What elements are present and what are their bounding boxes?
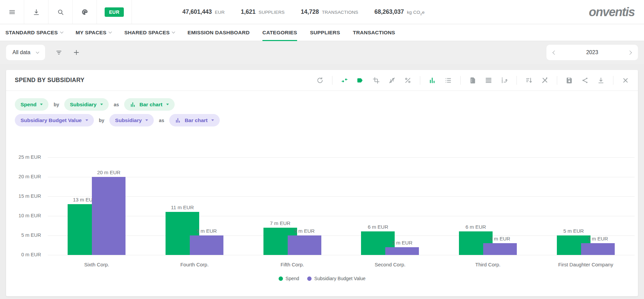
dropdown-arrow-icon: [85, 119, 88, 121]
list-button[interactable]: [444, 77, 452, 84]
toolbar-divider: [332, 76, 332, 85]
measure-dropdown[interactable]: Subsidiary Budget Value: [15, 114, 94, 126]
pivot-button[interactable]: [501, 77, 508, 84]
dropdown-arrow-icon: [100, 104, 103, 105]
dropdown-arrow-icon: [211, 119, 214, 121]
dimension-label: Subsidiary: [70, 102, 97, 108]
sort-desc-icon: [525, 77, 533, 84]
download-button[interactable]: [24, 0, 48, 24]
bar-group: 7 m EUR 5 m EUR: [243, 157, 341, 255]
y-axis-label: 10 m EUR: [10, 213, 41, 218]
filter-lines-icon: [55, 49, 63, 56]
nav-tab-shared-spaces[interactable]: SHARED SPACES: [124, 24, 175, 41]
x-axis-label: First Daughter Company: [537, 262, 635, 267]
table-rows-button[interactable]: [485, 77, 492, 84]
nav-tab-label: SUPPLIERS: [310, 30, 340, 36]
dimension-dropdown[interactable]: Subsidiary: [64, 98, 109, 111]
report-icon: [469, 77, 476, 84]
chart-type-dropdown[interactable]: Bar chart: [169, 114, 220, 126]
nav-tab-categories[interactable]: CATEGORIES: [262, 24, 297, 41]
filter-bar: All data 2023: [0, 41, 644, 64]
card-title: SPEND BY SUBSIDIARY: [15, 77, 84, 84]
nav-tab-label: STANDARD SPACES: [5, 30, 58, 36]
next-year-button[interactable]: [628, 50, 632, 55]
x-axis-label: Fourth Corp.: [146, 262, 244, 267]
sort-desc-button[interactable]: [525, 77, 533, 84]
card-toolbar: [316, 76, 629, 85]
nav-tab-label: SHARED SPACES: [124, 30, 170, 36]
x-axis-label: Third Corp.: [439, 262, 537, 267]
menu-button[interactable]: [0, 0, 24, 24]
bar-chart-icon: [175, 117, 181, 123]
bar-subsidiary-budget-value[interactable]: [92, 177, 126, 255]
tag-button[interactable]: [357, 77, 364, 84]
table-rows-icon: [485, 77, 492, 84]
y-axis-label: 20 m EUR: [10, 174, 41, 179]
tools-button[interactable]: [541, 77, 548, 84]
stat-label: TRANSACTIONS: [322, 10, 358, 15]
currency-selector[interactable]: EUR: [97, 0, 132, 24]
crop-button[interactable]: [372, 77, 380, 84]
refresh-button[interactable]: [316, 77, 324, 84]
bar-subsidiary-budget-value[interactable]: [385, 247, 419, 255]
close-button[interactable]: [622, 77, 629, 84]
filter-button[interactable]: [55, 49, 63, 56]
add-filter-button[interactable]: [73, 49, 80, 56]
x-axis-labels: Sixth Corp.Fourth Corp.Fifth Corp.Second…: [48, 262, 635, 267]
bar-subsidiary-budget-value[interactable]: [483, 243, 517, 255]
search-icon: [57, 8, 64, 16]
save-button[interactable]: [566, 77, 573, 84]
sort-off-button[interactable]: [388, 77, 396, 84]
bar-group: 5 m EUR 3 m EUR: [537, 157, 635, 255]
bar-subsidiary-budget-value[interactable]: [581, 243, 615, 255]
bar-subsidiary-budget-value[interactable]: [288, 235, 321, 255]
bar-subsidiary-budget-value[interactable]: [190, 235, 223, 255]
y-axis-label: 0 m EUR: [10, 252, 41, 257]
download-button[interactable]: [597, 77, 605, 84]
x-axis-label: Second Corp.: [341, 262, 439, 267]
bar-group: 13 m EUR 20 m EUR: [48, 157, 146, 255]
bar-value-label: 5 m EUR: [278, 228, 331, 234]
nav-tab-transactions[interactable]: TRANSACTIONS: [353, 24, 395, 41]
header-stat-1: 1,621SUPPLIERS: [241, 8, 285, 15]
search-button[interactable]: [48, 0, 73, 24]
percent-icon: [404, 77, 412, 84]
legend-dot-icon: [279, 276, 283, 281]
bar-value-label: 7 m EUR: [253, 220, 307, 226]
stat-value: 47,601,443: [182, 8, 212, 15]
gridline: [48, 255, 635, 255]
report-button[interactable]: [469, 77, 476, 84]
legend-item[interactable]: Spend: [279, 276, 299, 281]
legend-label: Spend: [286, 276, 299, 281]
nav-tab-suppliers[interactable]: SUPPLIERS: [310, 24, 340, 41]
crop-icon: [372, 77, 380, 84]
chart-type-dropdown[interactable]: Bar chart: [124, 98, 175, 111]
merge-arrows-button[interactable]: [341, 77, 348, 84]
bar-value-label: 5 m EUR: [180, 228, 234, 234]
chart-type-label: Bar chart: [140, 102, 163, 108]
legend-item[interactable]: Subsidiary Budget Value: [307, 276, 365, 281]
legend-dot-icon: [307, 276, 312, 281]
x-axis-label: Fifth Corp.: [243, 262, 341, 267]
x-axis-label: Sixth Corp.: [48, 262, 146, 267]
percent-button[interactable]: [404, 77, 412, 84]
previous-year-button[interactable]: [552, 50, 557, 55]
bar-chart-button[interactable]: [429, 77, 436, 84]
plus-icon: [73, 49, 80, 56]
bar-value-label: 2 m EUR: [375, 240, 429, 246]
conjunction-as: as: [159, 118, 164, 123]
card-header: SPEND BY SUBSIDIARY: [6, 70, 638, 91]
palette-button[interactable]: [73, 0, 97, 24]
stat-label: SUPPLIERS: [259, 10, 285, 15]
measure-label: Subsidiary Budget Value: [21, 117, 82, 123]
nav-tab-emission-dashboard[interactable]: EMISSION DASHBOARD: [187, 24, 249, 41]
conjunction-by: by: [99, 118, 104, 123]
nav-tab-my-spaces[interactable]: MY SPACES: [76, 24, 112, 41]
nav-tab-standard-spaces[interactable]: STANDARD SPACES: [5, 24, 63, 41]
share-button[interactable]: [581, 77, 589, 84]
header-stat-0: 47,601,443EUR: [182, 8, 225, 15]
measure-dropdown[interactable]: Spend: [15, 98, 48, 111]
list-icon: [444, 77, 452, 84]
dimension-dropdown[interactable]: Subsidiary: [109, 114, 154, 126]
data-scope-dropdown[interactable]: All data: [6, 45, 45, 60]
